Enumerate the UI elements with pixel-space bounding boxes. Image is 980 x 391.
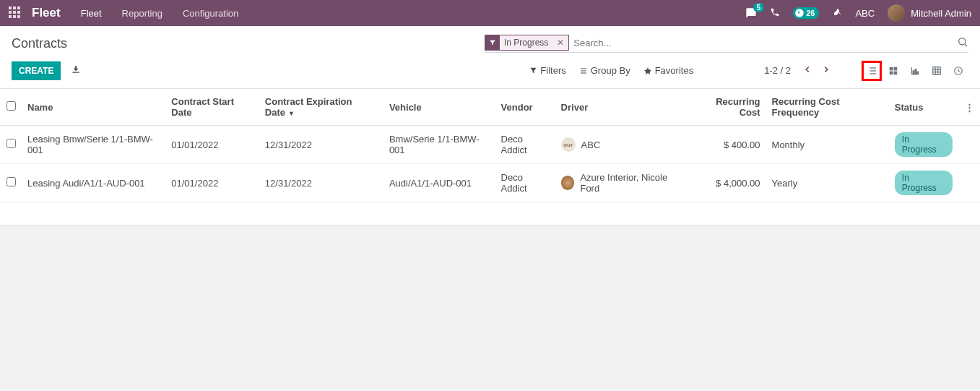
clock-icon xyxy=(953,66,963,76)
clock-icon xyxy=(794,8,805,18)
chip-label: In Progress xyxy=(500,38,552,48)
cell-pad xyxy=(958,164,980,202)
svg-point-0 xyxy=(959,38,966,44)
pager-text[interactable]: 1-2 / 2 xyxy=(764,65,791,76)
svg-rect-19 xyxy=(917,72,919,74)
cell-rcost: $ 4,000.00 xyxy=(689,164,766,202)
search-icon[interactable] xyxy=(957,36,968,50)
nav-links: Fleet Reporting Configuration xyxy=(81,8,239,19)
col-options[interactable]: ⋮ xyxy=(958,89,980,126)
table-row[interactable]: Leasing Bmw/Serie 1/1-BMW-00101/01/20221… xyxy=(0,126,980,164)
pager-next[interactable] xyxy=(818,61,834,80)
contracts-table: Name Contract Start Date Contract Expira… xyxy=(0,89,980,202)
phone-icon xyxy=(770,7,780,17)
cell-exp: 12/31/2022 xyxy=(259,164,383,202)
driver-avatar: our xyxy=(561,137,576,152)
graph-icon xyxy=(910,66,920,76)
cell-status: In Progress xyxy=(889,126,958,164)
phone-button[interactable] xyxy=(770,7,780,20)
cell-driver: Azure Interior, Nicole Ford xyxy=(555,164,689,202)
sort-desc-icon: ▼ xyxy=(288,110,295,117)
cell-pad xyxy=(958,126,980,164)
filter-icon xyxy=(529,66,537,74)
favorites-button[interactable]: Favorites xyxy=(643,65,693,76)
nav-link-configuration[interactable]: Configuration xyxy=(183,8,238,19)
create-button[interactable]: CREATE xyxy=(12,61,61,80)
col-exp[interactable]: Contract Expiration Date▼ xyxy=(259,89,383,126)
pivot-icon xyxy=(932,66,942,76)
top-nav-right: 5 26 ABC Mitchell Admin xyxy=(745,4,971,22)
svg-rect-11 xyxy=(890,66,893,70)
cell-exp: 12/31/2022 xyxy=(259,126,383,164)
svg-rect-18 xyxy=(915,69,916,74)
cell-driver: ourABC xyxy=(555,126,689,164)
wrench-icon xyxy=(832,7,842,17)
cell-name: Leasing Audi/A1/1-AUD-001 xyxy=(22,164,165,202)
col-rfreq[interactable]: Recurring Cost Frequency xyxy=(766,89,889,126)
groupby-button[interactable]: Group By xyxy=(579,65,630,76)
top-nav: Fleet Fleet Reporting Configuration 5 26… xyxy=(0,0,980,26)
download-icon xyxy=(71,64,81,74)
download-button[interactable] xyxy=(65,60,87,81)
list-view: Name Contract Start Date Contract Expira… xyxy=(0,89,980,225)
control-panel: Contracts In Progress ✕ CREATE F xyxy=(0,26,980,89)
search-input[interactable] xyxy=(569,35,957,51)
messages-count: 5 xyxy=(753,3,765,12)
driver-avatar xyxy=(561,176,575,190)
cell-name: Leasing Bmw/Serie 1/1-BMW-001 xyxy=(22,126,165,164)
cell-vehicle: Bmw/Serie 1/1-BMW-001 xyxy=(383,126,495,164)
table-row[interactable]: Leasing Audi/A1/1-AUD-00101/01/202212/31… xyxy=(0,164,980,202)
view-list-button[interactable] xyxy=(862,61,882,81)
view-graph-button[interactable] xyxy=(905,61,925,81)
col-vendor[interactable]: Vendor xyxy=(495,89,555,126)
company-selector[interactable]: ABC xyxy=(855,8,875,19)
app-title[interactable]: Fleet xyxy=(32,6,61,20)
chevron-left-icon xyxy=(802,64,812,74)
filter-icon xyxy=(485,35,500,50)
cell-rcost: $ 400.00 xyxy=(689,126,766,164)
status-badge: In Progress xyxy=(895,171,953,195)
apps-icon[interactable] xyxy=(9,7,22,20)
view-pivot-button[interactable] xyxy=(927,61,947,81)
list-icon xyxy=(579,66,588,75)
cell-vendor: Deco Addict xyxy=(495,164,555,202)
nav-link-reporting[interactable]: Reporting xyxy=(122,8,162,19)
pager-prev[interactable] xyxy=(799,61,815,80)
search-chip-in-progress: In Progress ✕ xyxy=(485,35,569,51)
user-name: Mitchell Admin xyxy=(911,8,971,19)
nav-link-fleet[interactable]: Fleet xyxy=(81,8,102,19)
user-menu[interactable]: Mitchell Admin xyxy=(888,4,971,22)
kanban-icon xyxy=(888,66,898,76)
status-badge: In Progress xyxy=(895,132,953,157)
col-name[interactable]: Name xyxy=(22,89,165,126)
view-kanban-button[interactable] xyxy=(883,61,903,81)
row-checkbox[interactable] xyxy=(6,177,16,186)
activities-button[interactable]: 26 xyxy=(793,7,819,19)
row-checkbox[interactable] xyxy=(6,139,16,148)
filters-button[interactable]: Filters xyxy=(529,65,565,76)
messages-button[interactable]: 5 xyxy=(745,7,757,19)
col-driver[interactable]: Driver xyxy=(555,89,689,126)
col-vehicle[interactable]: Vehicle xyxy=(383,89,495,126)
cell-status: In Progress xyxy=(889,164,958,202)
chip-remove[interactable]: ✕ xyxy=(552,38,568,48)
view-activity-button[interactable] xyxy=(948,61,968,81)
svg-rect-12 xyxy=(894,66,898,70)
activities-count: 26 xyxy=(806,9,815,17)
cell-rfreq: Monthly xyxy=(766,126,889,164)
cell-vehicle: Audi/A1/1-AUD-001 xyxy=(383,164,495,202)
cell-start: 01/01/2022 xyxy=(165,126,259,164)
chevron-right-icon xyxy=(821,64,831,74)
cell-start: 01/01/2022 xyxy=(165,164,259,202)
col-rcost[interactable]: Recurring Cost xyxy=(689,89,766,126)
svg-rect-20 xyxy=(933,66,941,74)
cell-rfreq: Yearly xyxy=(766,164,889,202)
svg-rect-17 xyxy=(913,71,914,74)
select-all-checkbox[interactable] xyxy=(6,101,16,111)
col-status[interactable]: Status xyxy=(889,89,958,126)
tools-button[interactable] xyxy=(832,7,842,20)
col-start[interactable]: Contract Start Date xyxy=(165,89,259,126)
avatar xyxy=(888,4,905,22)
svg-rect-13 xyxy=(890,71,893,74)
svg-line-1 xyxy=(965,44,967,46)
